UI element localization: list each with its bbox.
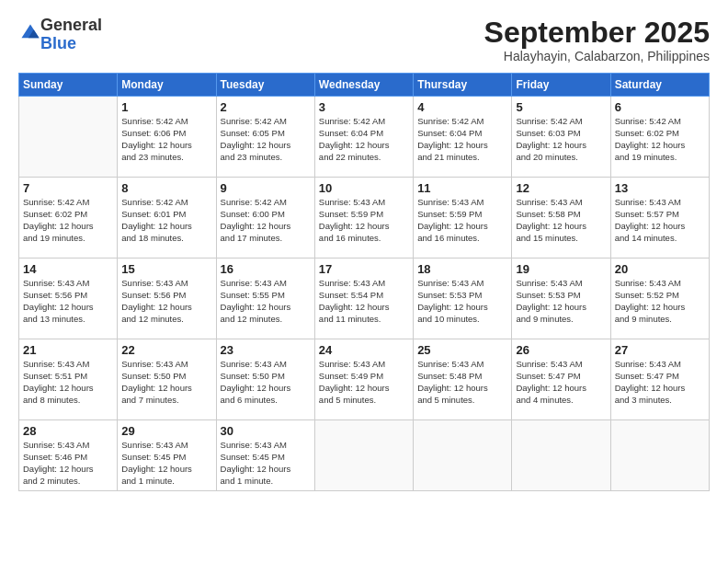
day-number: 22: [121, 343, 211, 357]
logo-icon: [20, 23, 40, 43]
day-number: 13: [615, 181, 705, 195]
table-row: 5Sunrise: 5:42 AM Sunset: 6:03 PM Daylig…: [512, 97, 610, 178]
col-sunday: Sunday: [19, 74, 118, 97]
table-row: 23Sunrise: 5:43 AM Sunset: 5:50 PM Dayli…: [216, 339, 314, 420]
day-number: 3: [319, 100, 409, 114]
day-info: Sunrise: 5:43 AM Sunset: 5:53 PM Dayligh…: [516, 278, 606, 325]
table-row: 27Sunrise: 5:43 AM Sunset: 5:47 PM Dayli…: [610, 339, 709, 420]
day-number: 26: [516, 343, 606, 357]
day-info: Sunrise: 5:43 AM Sunset: 5:55 PM Dayligh…: [221, 278, 311, 325]
table-row: 7Sunrise: 5:42 AM Sunset: 6:02 PM Daylig…: [19, 178, 118, 259]
col-saturday: Saturday: [610, 74, 709, 97]
day-number: 25: [417, 343, 507, 357]
table-row: 2Sunrise: 5:42 AM Sunset: 6:05 PM Daylig…: [216, 97, 314, 178]
day-number: 14: [23, 262, 113, 276]
day-number: 5: [516, 100, 606, 114]
table-row: 19Sunrise: 5:43 AM Sunset: 5:53 PM Dayli…: [512, 259, 610, 339]
table-row: [512, 420, 610, 491]
day-info: Sunrise: 5:42 AM Sunset: 6:00 PM Dayligh…: [221, 197, 311, 244]
table-row: 21Sunrise: 5:43 AM Sunset: 5:51 PM Dayli…: [19, 339, 118, 420]
day-info: Sunrise: 5:43 AM Sunset: 5:49 PM Dayligh…: [319, 359, 409, 406]
col-monday: Monday: [118, 74, 216, 97]
table-row: 6Sunrise: 5:42 AM Sunset: 6:02 PM Daylig…: [610, 97, 709, 178]
day-info: Sunrise: 5:43 AM Sunset: 5:57 PM Dayligh…: [615, 197, 705, 244]
table-row: [314, 420, 413, 491]
day-info: Sunrise: 5:43 AM Sunset: 5:56 PM Dayligh…: [121, 278, 211, 325]
day-info: Sunrise: 5:42 AM Sunset: 6:04 PM Dayligh…: [319, 116, 409, 163]
col-friday: Friday: [512, 74, 610, 97]
day-info: Sunrise: 5:43 AM Sunset: 5:58 PM Dayligh…: [516, 197, 606, 244]
day-number: 18: [417, 262, 507, 276]
table-row: [414, 420, 512, 491]
day-number: 21: [23, 343, 113, 357]
day-number: 20: [615, 262, 705, 276]
day-info: Sunrise: 5:43 AM Sunset: 5:59 PM Dayligh…: [417, 197, 507, 244]
day-number: 24: [319, 343, 409, 357]
day-number: 2: [221, 100, 311, 114]
table-row: [610, 420, 709, 491]
day-number: 12: [516, 181, 606, 195]
calendar-header-row: Sunday Monday Tuesday Wednesday Thursday…: [19, 74, 710, 97]
table-row: 3Sunrise: 5:42 AM Sunset: 6:04 PM Daylig…: [314, 97, 413, 178]
day-info: Sunrise: 5:42 AM Sunset: 6:02 PM Dayligh…: [23, 197, 113, 244]
table-row: 9Sunrise: 5:42 AM Sunset: 6:00 PM Daylig…: [216, 178, 314, 259]
page-header: General Blue September 2025 Halayhayin, …: [18, 17, 710, 63]
day-info: Sunrise: 5:42 AM Sunset: 6:02 PM Dayligh…: [615, 116, 705, 163]
day-info: Sunrise: 5:43 AM Sunset: 5:47 PM Dayligh…: [615, 359, 705, 406]
day-info: Sunrise: 5:42 AM Sunset: 6:01 PM Dayligh…: [121, 197, 211, 244]
col-wednesday: Wednesday: [314, 74, 413, 97]
day-number: 10: [319, 181, 409, 195]
table-row: 18Sunrise: 5:43 AM Sunset: 5:53 PM Dayli…: [414, 259, 512, 339]
table-row: 29Sunrise: 5:43 AM Sunset: 5:45 PM Dayli…: [118, 420, 216, 491]
col-tuesday: Tuesday: [216, 74, 314, 97]
day-info: Sunrise: 5:43 AM Sunset: 5:56 PM Dayligh…: [23, 278, 113, 325]
location-subtitle: Halayhayin, Calabarzon, Philippines: [484, 49, 710, 63]
table-row: 24Sunrise: 5:43 AM Sunset: 5:49 PM Dayli…: [314, 339, 413, 420]
col-thursday: Thursday: [414, 74, 512, 97]
day-info: Sunrise: 5:43 AM Sunset: 5:50 PM Dayligh…: [121, 359, 211, 406]
day-info: Sunrise: 5:42 AM Sunset: 6:06 PM Dayligh…: [121, 116, 211, 163]
day-number: 7: [23, 181, 113, 195]
table-row: 11Sunrise: 5:43 AM Sunset: 5:59 PM Dayli…: [414, 178, 512, 259]
table-row: 4Sunrise: 5:42 AM Sunset: 6:04 PM Daylig…: [414, 97, 512, 178]
day-number: 28: [23, 424, 113, 438]
table-row: 20Sunrise: 5:43 AM Sunset: 5:52 PM Dayli…: [610, 259, 709, 339]
day-number: 30: [221, 424, 311, 438]
day-number: 6: [615, 100, 705, 114]
day-info: Sunrise: 5:43 AM Sunset: 5:59 PM Dayligh…: [319, 197, 409, 244]
day-number: 27: [615, 343, 705, 357]
day-number: 9: [221, 181, 311, 195]
table-row: 14Sunrise: 5:43 AM Sunset: 5:56 PM Dayli…: [19, 259, 118, 339]
day-number: 11: [417, 181, 507, 195]
day-info: Sunrise: 5:42 AM Sunset: 6:04 PM Dayligh…: [417, 116, 507, 163]
day-number: 8: [121, 181, 211, 195]
day-info: Sunrise: 5:43 AM Sunset: 5:54 PM Dayligh…: [319, 278, 409, 325]
logo-text: General Blue: [40, 17, 102, 53]
day-number: 1: [121, 100, 211, 114]
day-info: Sunrise: 5:43 AM Sunset: 5:53 PM Dayligh…: [417, 278, 507, 325]
day-info: Sunrise: 5:43 AM Sunset: 5:47 PM Dayligh…: [516, 359, 606, 406]
day-number: 29: [121, 424, 211, 438]
day-info: Sunrise: 5:43 AM Sunset: 5:45 PM Dayligh…: [221, 440, 311, 487]
table-row: 28Sunrise: 5:43 AM Sunset: 5:46 PM Dayli…: [19, 420, 118, 491]
calendar-table: Sunday Monday Tuesday Wednesday Thursday…: [18, 73, 710, 491]
day-number: 16: [221, 262, 311, 276]
day-info: Sunrise: 5:43 AM Sunset: 5:48 PM Dayligh…: [417, 359, 507, 406]
day-number: 4: [417, 100, 507, 114]
title-block: September 2025 Halayhayin, Calabarzon, P…: [484, 17, 710, 63]
day-info: Sunrise: 5:42 AM Sunset: 6:05 PM Dayligh…: [221, 116, 311, 163]
day-number: 17: [319, 262, 409, 276]
table-row: 30Sunrise: 5:43 AM Sunset: 5:45 PM Dayli…: [216, 420, 314, 491]
table-row: 26Sunrise: 5:43 AM Sunset: 5:47 PM Dayli…: [512, 339, 610, 420]
table-row: 17Sunrise: 5:43 AM Sunset: 5:54 PM Dayli…: [314, 259, 413, 339]
day-info: Sunrise: 5:43 AM Sunset: 5:51 PM Dayligh…: [23, 359, 113, 406]
table-row: 13Sunrise: 5:43 AM Sunset: 5:57 PM Dayli…: [610, 178, 709, 259]
table-row: 15Sunrise: 5:43 AM Sunset: 5:56 PM Dayli…: [118, 259, 216, 339]
day-info: Sunrise: 5:42 AM Sunset: 6:03 PM Dayligh…: [516, 116, 606, 163]
month-title: September 2025: [484, 17, 710, 49]
table-row: 10Sunrise: 5:43 AM Sunset: 5:59 PM Dayli…: [314, 178, 413, 259]
day-number: 15: [121, 262, 211, 276]
table-row: 25Sunrise: 5:43 AM Sunset: 5:48 PM Dayli…: [414, 339, 512, 420]
table-row: 16Sunrise: 5:43 AM Sunset: 5:55 PM Dayli…: [216, 259, 314, 339]
day-number: 23: [221, 343, 311, 357]
